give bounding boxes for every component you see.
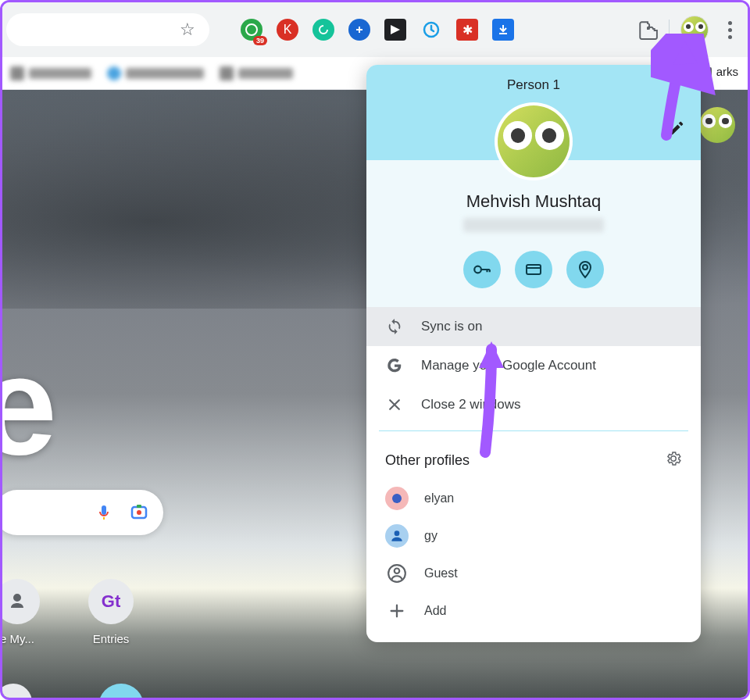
close-windows-row[interactable]: Close 2 windows xyxy=(366,385,701,424)
manage-profiles-gear-icon[interactable] xyxy=(665,450,682,470)
toolbar-divider xyxy=(669,20,670,40)
voice-search-icon[interactable] xyxy=(95,503,113,522)
close-icon xyxy=(385,395,404,414)
sync-status-row[interactable]: Sync is on xyxy=(366,307,701,346)
add-profile-row[interactable]: Add xyxy=(366,592,701,630)
location-icon xyxy=(576,260,595,279)
profile-header: Person 1 xyxy=(366,65,701,160)
add-profile-label: Add xyxy=(424,604,446,618)
profile-display-name: Mehvish Mushtaq xyxy=(366,191,701,212)
other-profile-row[interactable]: gy xyxy=(366,517,701,555)
google-g-icon xyxy=(385,356,404,375)
other-profile-label: gy xyxy=(424,529,438,543)
extension-icon[interactable] xyxy=(384,19,406,41)
key-icon xyxy=(472,259,492,280)
other-profiles-title: Other profiles xyxy=(385,452,470,469)
profile-avatar-large xyxy=(495,102,573,180)
profile-email-blurred xyxy=(463,218,604,232)
bookmark-star-icon[interactable]: ☆ xyxy=(180,20,195,40)
chrome-menu-button[interactable] xyxy=(720,21,740,39)
payment-methods-button[interactable] xyxy=(515,251,552,288)
ntp-profile-avatar[interactable] xyxy=(699,107,735,143)
bookmark-item[interactable] xyxy=(220,66,293,80)
profile-avatar-button[interactable] xyxy=(680,16,709,44)
extension-icon[interactable]: 39 xyxy=(241,19,262,41)
profile-avatar-icon xyxy=(385,524,409,548)
extensions-tray: 39 K ✱ xyxy=(241,19,631,41)
guest-icon xyxy=(385,562,409,585)
bookmark-item[interactable] xyxy=(107,66,204,80)
svg-point-9 xyxy=(392,494,402,503)
all-bookmarks-link[interactable]: arks xyxy=(698,65,738,78)
plus-icon xyxy=(385,599,409,623)
search-box[interactable] xyxy=(0,490,163,535)
card-icon xyxy=(524,260,543,279)
svg-point-0 xyxy=(246,24,257,35)
svg-point-12 xyxy=(395,569,400,574)
profile-body: Mehvish Mushtaq xyxy=(366,160,701,307)
sync-icon xyxy=(385,317,404,336)
add-shortcut-tile[interactable]: + Add shortcut xyxy=(88,684,154,700)
edit-profile-button[interactable] xyxy=(668,120,685,140)
section-divider xyxy=(379,430,688,431)
svg-rect-6 xyxy=(137,505,141,508)
other-profiles-section: Other profiles elyan gy Guest xyxy=(366,438,701,642)
extension-icon[interactable] xyxy=(348,19,370,41)
google-logo-fragment: e xyxy=(0,324,57,486)
guest-profile-label: Guest xyxy=(424,566,458,580)
sync-status-label: Sync is on xyxy=(421,319,482,334)
manage-account-label: Manage your Google Account xyxy=(421,358,596,373)
bookmark-item[interactable] xyxy=(10,66,91,80)
svg-rect-8 xyxy=(527,265,541,274)
passwords-button[interactable] xyxy=(463,251,501,288)
omnibox[interactable]: ☆ xyxy=(6,13,209,46)
other-profile-label: elyan xyxy=(424,491,454,505)
other-profile-row[interactable]: elyan xyxy=(366,480,701,517)
toolbar-right xyxy=(638,16,740,44)
shortcut-tile[interactable]: Gt Entries xyxy=(88,579,134,645)
svg-point-10 xyxy=(395,530,400,536)
extension-icon[interactable] xyxy=(492,19,514,41)
image-search-icon[interactable] xyxy=(129,502,149,523)
extensions-puzzle-icon[interactable] xyxy=(638,20,658,40)
shortcut-label: e My... xyxy=(0,632,34,645)
browser-toolbar: ☆ 39 K ✱ xyxy=(2,2,748,57)
manage-account-row[interactable]: Manage your Google Account xyxy=(366,346,701,385)
shortcut-tile[interactable] xyxy=(0,684,32,700)
profile-avatar-icon xyxy=(385,487,409,510)
svg-point-7 xyxy=(474,266,481,273)
profile-header-title: Person 1 xyxy=(366,77,701,93)
extension-icon[interactable] xyxy=(312,19,334,41)
extension-icon[interactable]: ✱ xyxy=(456,19,478,41)
close-windows-label: Close 2 windows xyxy=(421,397,521,412)
extension-badge: 39 xyxy=(253,36,267,45)
addresses-button[interactable] xyxy=(566,251,604,288)
extension-icon[interactable] xyxy=(420,19,442,41)
profile-menu-popup: Person 1 Mehvish Mushtaq xyxy=(366,65,701,642)
svg-point-5 xyxy=(137,510,141,515)
shortcut-tile[interactable]: e My... xyxy=(0,579,40,645)
extension-icon[interactable]: K xyxy=(277,19,298,41)
guest-profile-row[interactable]: Guest xyxy=(366,555,701,592)
shortcut-label: Entries xyxy=(93,632,130,645)
